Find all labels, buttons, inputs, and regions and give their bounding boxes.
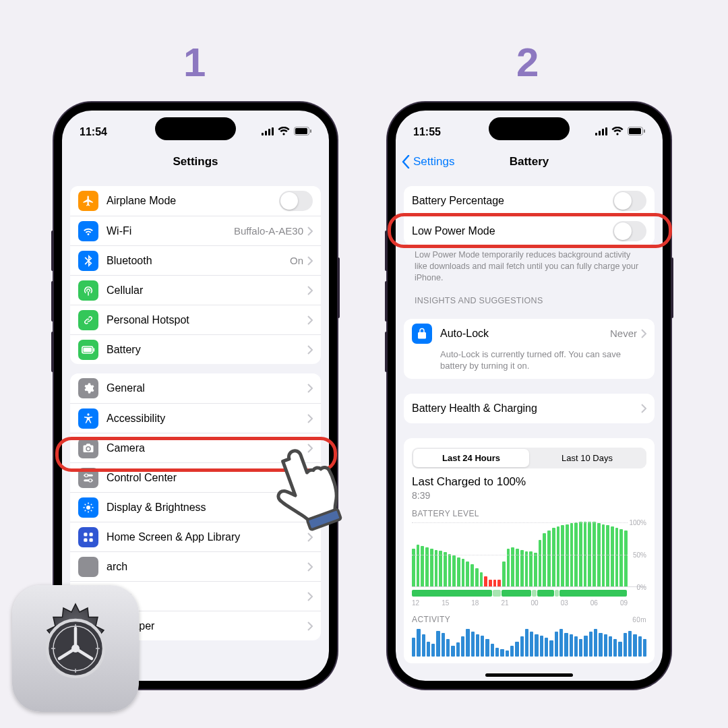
row-search[interactable]: arch [70, 551, 321, 581]
x-tick: 12 [412, 599, 419, 607]
svg-point-38 [71, 644, 80, 653]
activity-bar [633, 634, 636, 657]
pointer-hand-icon [267, 445, 348, 535]
row-label: Auto-Lock [440, 328, 610, 340]
cellular-signal-icon [262, 126, 274, 138]
time-range-segmented[interactable]: Last 24 Hours Last 10 Days [412, 448, 646, 468]
lock-icon [412, 324, 432, 344]
row-battery-percentage[interactable]: Battery Percentage [404, 186, 655, 216]
svg-rect-9 [94, 348, 95, 351]
svg-rect-25 [629, 128, 641, 134]
back-button[interactable]: Settings [396, 155, 454, 169]
x-tick: 15 [442, 599, 449, 607]
wifi-icon [278, 126, 290, 138]
row-personal-hotspot[interactable]: Personal Hotspot [70, 305, 321, 334]
svg-rect-16 [84, 533, 87, 536]
activity-chart [412, 627, 646, 657]
activity-bar [584, 636, 587, 657]
airplane-toggle[interactable] [279, 191, 313, 211]
svg-rect-18 [84, 538, 87, 541]
last-charged-title: Last Charged to 100% [412, 475, 646, 489]
svg-point-10 [87, 413, 89, 415]
svg-point-13 [85, 474, 88, 477]
row-low-power-mode[interactable]: Low Power Mode [404, 216, 655, 245]
svg-rect-22 [602, 129, 604, 135]
step-1-label: 1 [183, 39, 206, 86]
antenna-icon [78, 280, 98, 301]
row-airplane-mode[interactable]: Airplane Mode [70, 186, 321, 216]
row-accessibility[interactable]: Accessibility [70, 403, 321, 433]
camera-icon [78, 438, 98, 458]
activity-bar [491, 644, 494, 656]
activity-bar [579, 639, 582, 657]
svg-point-14 [89, 479, 92, 482]
activity-bar [417, 629, 420, 656]
chevron-right-icon [307, 226, 313, 236]
cellular-signal-icon [595, 126, 607, 138]
insights-header: INSIGHTS AND SUGGESTIONS [404, 284, 655, 309]
battery-bar [529, 551, 533, 586]
low-power-mode-toggle[interactable] [613, 221, 646, 241]
chevron-right-icon [307, 256, 313, 266]
battery-bar [444, 552, 447, 586]
battery-percentage-toggle[interactable] [613, 191, 646, 211]
home-indicator[interactable] [485, 673, 573, 677]
battery-bar [448, 554, 452, 586]
activity-header: ACTIVITY [412, 615, 450, 624]
activity-bar [436, 631, 439, 657]
chevron-right-icon [307, 621, 313, 631]
seg-last-24h[interactable]: Last 24 Hours [413, 449, 529, 467]
activity-bar [510, 646, 514, 657]
chevron-right-icon [307, 592, 313, 601]
activity-bar [618, 642, 621, 657]
row-battery[interactable]: Battery [70, 334, 321, 364]
nav-bar: Settings Battery [396, 147, 663, 177]
row-general[interactable]: General [70, 373, 321, 403]
chart-x-labels: 1215182100030609 [412, 599, 646, 607]
insights-group: Auto-Lock Never Auto-Lock is currently t… [404, 319, 655, 379]
settings-group-connectivity: Airplane Mode Wi-Fi Buffalo-A-AE30 Bluet… [70, 186, 321, 364]
last-charged-time: 8:39 [412, 490, 646, 501]
svg-rect-17 [90, 533, 93, 536]
battery-bar [502, 562, 506, 586]
activity-bar [451, 646, 454, 657]
x-tick: 09 [620, 599, 628, 607]
row-auto-lock[interactable]: Auto-Lock Never [404, 319, 655, 348]
dynamic-island [155, 117, 236, 140]
activity-bar [564, 633, 568, 657]
row-label: General [107, 382, 307, 394]
battery-bar [606, 525, 609, 586]
activity-bar [545, 638, 548, 657]
battery-bar [611, 526, 614, 586]
battery-bar [462, 559, 465, 586]
activity-bar [559, 629, 563, 656]
svg-rect-6 [310, 129, 311, 133]
activity-bar [481, 636, 484, 657]
battery-bar [475, 568, 479, 586]
activity-bar [500, 649, 504, 657]
battery-bar [547, 530, 551, 586]
row-label: Personal Hotspot [107, 314, 307, 326]
chevron-right-icon [307, 384, 313, 393]
row-bluetooth[interactable]: Bluetooth On [70, 245, 321, 275]
row-battery-health[interactable]: Battery Health & Charging [404, 394, 655, 423]
search-icon [78, 557, 98, 577]
row-cellular[interactable]: Cellular [70, 275, 321, 305]
row-label: Accessibility [107, 413, 307, 425]
settings-app-icon [12, 585, 139, 712]
seg-last-10d[interactable]: Last 10 Days [529, 449, 645, 467]
activity-bar [446, 639, 450, 657]
low-power-footer: Low Power Mode temporarily reduces backg… [404, 245, 655, 284]
gear-icon [78, 378, 98, 398]
battery-health-group: Battery Health & Charging [404, 394, 655, 423]
activity-bar [570, 634, 573, 656]
row-label: Airplane Mode [107, 195, 279, 207]
step-2-label: 2 [516, 39, 539, 86]
chevron-right-icon [307, 286, 313, 295]
svg-rect-21 [599, 131, 601, 135]
status-time: 11:54 [80, 126, 107, 138]
row-label: ndBy [107, 590, 307, 603]
activity-bar [555, 632, 558, 657]
svg-rect-0 [262, 133, 264, 135]
row-wifi[interactable]: Wi-Fi Buffalo-A-AE30 [70, 216, 321, 245]
